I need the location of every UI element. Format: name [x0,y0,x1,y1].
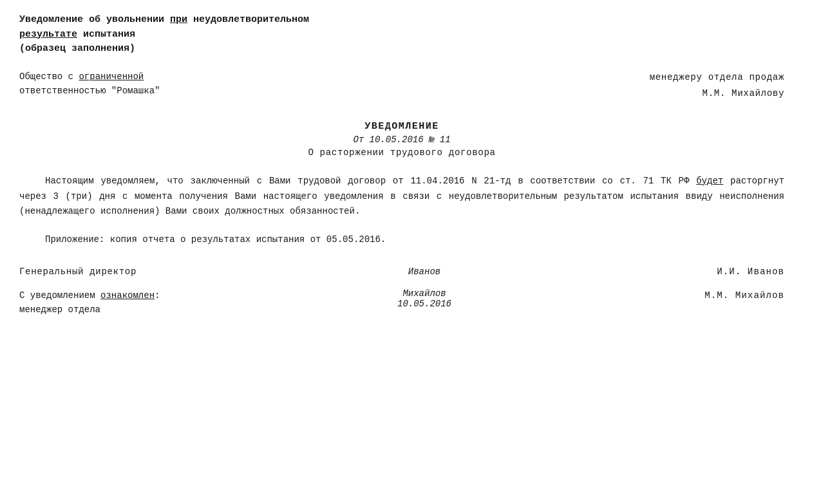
doc-subject: О расторжении трудового договора [19,147,784,158]
doc-date: От 10.05.2016 № 11 [19,135,784,145]
acquaintance-underline: ознакомлен [100,290,155,301]
org-left-line1: Общество с ограниченной [19,71,144,82]
acquaintance-section: С уведомлением ознакомлен: менеджер отде… [19,288,784,317]
doc-title: УВЕДОМЛЕНИЕ [19,121,784,132]
acquaintance-row: С уведомлением ознакомлен: менеджер отде… [19,288,784,317]
body-paragraph: Настоящим уведомляем, что заключенный с … [19,174,784,219]
acquaintance-sig-middle: Михайлов 10.05.2016 [360,288,489,309]
org-right-line1: менеджеру отдела продаж [650,72,784,82]
sig-full-name: И.И. Иванов [623,266,784,277]
org-right: менеджеру отдела продаж М.М. Михайлову [650,70,784,102]
org-left-line2: ответственностью "Ромашка" [19,86,160,96]
org-right-line2: М.М. Михайлову [703,88,784,98]
org-underline: ограниченной [79,71,144,82]
signature-row: Генеральный директор Иванов И.И. Иванов [19,266,784,277]
acquaintance-sig-name: Михайлов [360,288,489,299]
acquaintance-label-line2: менеджер отдела [19,304,100,315]
acquaintance-sig-right: М.М. Михайлов [623,288,784,303]
word-underline-budet: будет [696,176,723,186]
header-underline2: результате [19,29,77,40]
header-underline1: при [170,14,187,25]
header-line1: Уведомление об увольнении при неудовлетв… [19,14,309,25]
acquaintance-sig-date: 10.05.2016 [360,299,489,309]
sig-name: Иванов [360,266,489,277]
document-header: Уведомление об увольнении при неудовлетв… [19,13,784,57]
acquaintance-left: С уведомлением ознакомлен: менеджер отде… [19,288,225,317]
acquaintance-label-line1: С уведомлением ознакомлен: [19,290,160,301]
sig-position: Генеральный директор [19,266,225,277]
doc-center: УВЕДОМЛЕНИЕ От 10.05.2016 № 11 О расторж… [19,121,784,158]
attachment-content: Приложение: копия отчета о результатах и… [45,234,386,245]
header-line3: (образец заполнения) [19,43,135,54]
org-left: Общество с ограниченной ответственностью… [19,70,160,98]
org-section: Общество с ограниченной ответственностью… [19,70,784,102]
attachment-text: Приложение: копия отчета о результатах и… [19,232,784,247]
header-line2: испытания [77,29,135,40]
